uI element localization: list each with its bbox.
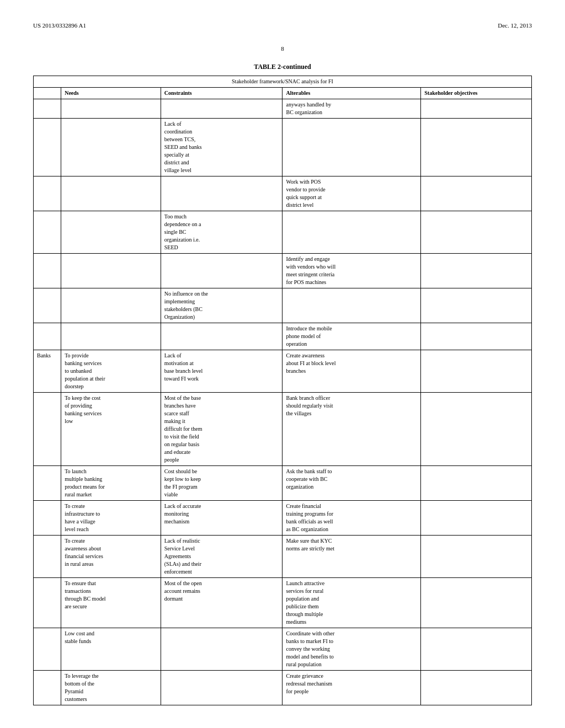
row-alterables: Create grievanceredressal mechanismfor p… [282,671,421,705]
table-row: To launchmultiple bankingproduct means f… [34,466,532,501]
row-constraints: Too muchdependence on asingle BCorganiza… [161,211,282,254]
table-row: Too muchdependence on asingle BCorganiza… [34,211,532,254]
row-stakeholder [421,119,532,176]
table-row: No influence on theimplementingstakehold… [34,288,532,323]
row-needs [61,254,161,288]
page-number: 8 [33,45,532,52]
table-row: Introduce the mobilephone model ofoperat… [34,323,532,350]
table-row: Work with POSvendor to providequick supp… [34,176,532,211]
row-alterables: Identify and engagewith vendors who will… [282,254,421,288]
row-dot [34,536,61,578]
row-stakeholder [421,323,532,350]
row-constraints: Most of the basebranches havescarce staf… [161,393,282,466]
main-table: Stakeholder framework/SNAC analysis for … [33,76,532,705]
table-title: TABLE 2-continued [33,63,532,71]
row-stakeholder [421,671,532,705]
super-header-row: Stakeholder framework/SNAC analysis for … [34,76,532,88]
row-needs [61,323,161,350]
row-constraints [161,323,282,350]
row-stakeholder [421,393,532,466]
row-dot [34,288,61,323]
row-stakeholder [421,350,532,393]
row-constraints [161,254,282,288]
row-stakeholder [421,254,532,288]
table-row: To ensure thattransactionsthrough BC mod… [34,578,532,628]
table-row: Identify and engagewith vendors who will… [34,254,532,288]
row-constraints: Lack ofmotivation atbase branch leveltow… [161,350,282,393]
row-alterables [282,211,421,254]
row-alterables: anyways handled byBC organization [282,99,421,119]
row-dot [34,501,61,536]
row-dot [34,211,61,254]
row-needs [61,119,161,176]
row-alterables: Bank branch officershould regularly visi… [282,393,421,466]
row-alterables: Introduce the mobilephone model ofoperat… [282,323,421,350]
row-constraints: Lack of realisticService LevelAgreements… [161,536,282,578]
row-constraints: Lack of accuratemonitoringmechanism [161,501,282,536]
col-header-alterables: Alterables [282,88,421,99]
table-row: To keep the costof providingbanking serv… [34,393,532,466]
table-row: Banks To providebanking servicesto unban… [34,350,532,393]
row-stakeholder [421,628,532,671]
row-needs: To providebanking servicesto unbankedpop… [61,350,161,393]
row-dot [34,176,61,211]
col-header-stakeholder: Stakeholder objectives [421,88,532,99]
row-constraints: Cost should bekept low to keepthe FI pro… [161,466,282,501]
row-needs: Low cost andstable funds [61,628,161,671]
row-needs: To launchmultiple bankingproduct means f… [61,466,161,501]
row-needs [61,99,161,119]
row-dot [34,578,61,628]
row-alterables [282,288,421,323]
row-stakeholder [421,466,532,501]
row-needs: To ensure thattransactionsthrough BC mod… [61,578,161,628]
table-row: Lack ofcoordinationbetween TCS,SEED and … [34,119,532,176]
row-dot [34,466,61,501]
col-header-needs: Needs [61,88,161,99]
row-dot [34,323,61,350]
patent-date: Dec. 12, 2013 [498,22,532,29]
table-row: Low cost andstable funds Coordinate with… [34,628,532,671]
row-stakeholder [421,536,532,578]
row-needs: To leverage thebottom of thePyramidcusto… [61,671,161,705]
row-stakeholder [421,99,532,119]
row-constraints: Most of the openaccount remainsdormant [161,578,282,628]
row-needs: To createawareness aboutfinancial servic… [61,536,161,578]
row-alterables: Create awarenessabout FI at block levelb… [282,350,421,393]
row-alterables: Create financialtraining programs forban… [282,501,421,536]
table-row: To leverage thebottom of thePyramidcusto… [34,671,532,705]
row-dot [34,119,61,176]
row-dot [34,393,61,466]
row-dot [34,254,61,288]
row-constraints: No influence on theimplementingstakehold… [161,288,282,323]
row-constraints [161,628,282,671]
row-alterables: Work with POSvendor to providequick supp… [282,176,421,211]
row-stakeholder [421,176,532,211]
row-needs [61,211,161,254]
super-header-cell: Stakeholder framework/SNAC analysis for … [34,76,532,88]
col-header-dot [34,88,61,99]
row-alterables: Coordinate with otherbanks to market FI … [282,628,421,671]
row-needs [61,176,161,211]
row-stakeholder [421,501,532,536]
row-dot [34,671,61,705]
row-dot [34,628,61,671]
table-row: anyways handled byBC organization [34,99,532,119]
row-alterables: Ask the bank staff tocooperate with BCor… [282,466,421,501]
row-constraints [161,99,282,119]
row-dot [34,99,61,119]
row-needs: To createinfrastructure tohave a village… [61,501,161,536]
page-header: US 2013/0332896 A1 Dec. 12, 2013 [33,22,532,29]
row-dot: Banks [34,350,61,393]
row-constraints [161,176,282,211]
row-stakeholder [421,288,532,323]
row-needs: To keep the costof providingbanking serv… [61,393,161,466]
row-alterables [282,119,421,176]
row-constraints: Lack ofcoordinationbetween TCS,SEED and … [161,119,282,176]
table-row: To createawareness aboutfinancial servic… [34,536,532,578]
table-row: To createinfrastructure tohave a village… [34,501,532,536]
patent-number: US 2013/0332896 A1 [33,22,86,29]
row-stakeholder [421,578,532,628]
column-header-row: Needs Constraints Alterables Stakeholder… [34,88,532,99]
col-header-constraints: Constraints [161,88,282,99]
row-alterables: Launch attractiveservices for ruralpopul… [282,578,421,628]
